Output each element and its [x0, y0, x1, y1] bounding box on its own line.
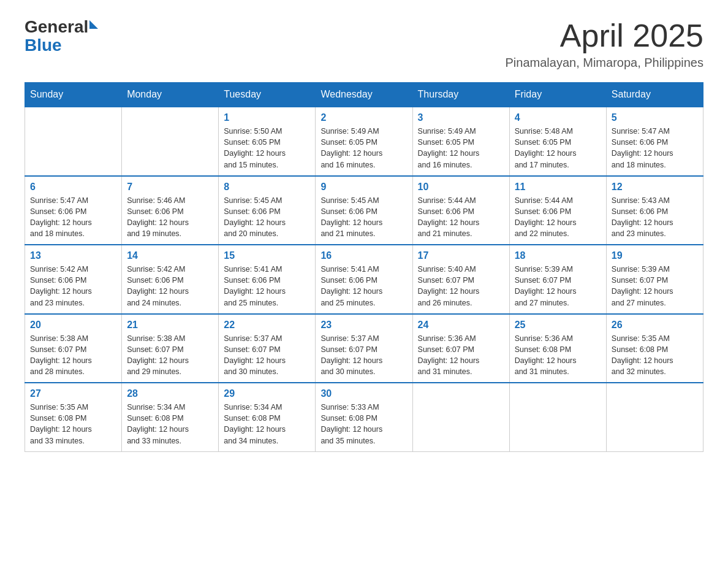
day-number: 23 — [320, 320, 407, 331]
day-info: Sunrise: 5:44 AM Sunset: 6:06 PM Dayligh… — [515, 195, 601, 240]
day-number: 19 — [612, 250, 698, 261]
calendar-cell: 8Sunrise: 5:45 AM Sunset: 6:06 PM Daylig… — [219, 176, 316, 245]
calendar-cell: 12Sunrise: 5:43 AM Sunset: 6:06 PM Dayli… — [606, 176, 703, 245]
day-number: 8 — [224, 182, 310, 193]
weekday-header-monday: Monday — [122, 83, 219, 107]
day-info: Sunrise: 5:47 AM Sunset: 6:06 PM Dayligh… — [30, 195, 116, 240]
calendar-cell: 26Sunrise: 5:35 AM Sunset: 6:08 PM Dayli… — [606, 314, 703, 383]
day-info: Sunrise: 5:38 AM Sunset: 6:07 PM Dayligh… — [30, 333, 116, 378]
day-info: Sunrise: 5:48 AM Sunset: 6:05 PM Dayligh… — [515, 126, 601, 170]
month-title: April 2025 — [506, 18, 704, 53]
day-number: 7 — [127, 182, 213, 193]
day-info: Sunrise: 5:49 AM Sunset: 6:05 PM Dayligh… — [418, 126, 504, 170]
day-info: Sunrise: 5:45 AM Sunset: 6:06 PM Dayligh… — [320, 195, 407, 240]
calendar-cell: 16Sunrise: 5:41 AM Sunset: 6:06 PM Dayli… — [316, 245, 412, 314]
calendar-cell: 14Sunrise: 5:42 AM Sunset: 6:06 PM Dayli… — [122, 245, 219, 314]
day-info: Sunrise: 5:44 AM Sunset: 6:06 PM Dayligh… — [418, 195, 504, 240]
day-info: Sunrise: 5:42 AM Sunset: 6:06 PM Dayligh… — [127, 264, 213, 308]
day-number: 10 — [418, 182, 504, 193]
weekday-header-wednesday: Wednesday — [316, 83, 412, 107]
day-number: 28 — [127, 388, 213, 399]
calendar-cell: 9Sunrise: 5:45 AM Sunset: 6:06 PM Daylig… — [316, 176, 412, 245]
day-number: 3 — [418, 112, 504, 123]
day-info: Sunrise: 5:34 AM Sunset: 6:08 PM Dayligh… — [224, 402, 310, 446]
week-row-2: 6Sunrise: 5:47 AM Sunset: 6:06 PM Daylig… — [25, 176, 703, 245]
day-number: 1 — [224, 112, 310, 123]
calendar-cell: 30Sunrise: 5:33 AM Sunset: 6:08 PM Dayli… — [316, 383, 412, 451]
weekday-header-sunday: Sunday — [25, 83, 122, 107]
calendar-table: SundayMondayTuesdayWednesdayThursdayFrid… — [25, 82, 703, 452]
logo: General Blue — [25, 18, 98, 54]
calendar-cell: 25Sunrise: 5:36 AM Sunset: 6:08 PM Dayli… — [509, 314, 606, 383]
calendar-cell — [606, 383, 703, 451]
day-info: Sunrise: 5:49 AM Sunset: 6:05 PM Dayligh… — [320, 126, 407, 170]
day-number: 12 — [612, 182, 698, 193]
calendar-cell: 22Sunrise: 5:37 AM Sunset: 6:07 PM Dayli… — [219, 314, 316, 383]
day-info: Sunrise: 5:39 AM Sunset: 6:07 PM Dayligh… — [515, 264, 601, 308]
day-number: 30 — [320, 388, 407, 399]
day-info: Sunrise: 5:35 AM Sunset: 6:08 PM Dayligh… — [30, 402, 116, 446]
day-info: Sunrise: 5:37 AM Sunset: 6:07 PM Dayligh… — [320, 333, 407, 378]
calendar-cell — [122, 107, 219, 176]
day-number: 14 — [127, 250, 213, 261]
day-number: 26 — [612, 320, 698, 331]
day-info: Sunrise: 5:37 AM Sunset: 6:07 PM Dayligh… — [224, 333, 310, 378]
title-block: April 2025 Pinamalayan, Mimaropa, Philip… — [506, 18, 704, 70]
day-number: 2 — [320, 112, 407, 123]
location-title: Pinamalayan, Mimaropa, Philippines — [506, 56, 704, 70]
day-number: 24 — [418, 320, 504, 331]
day-info: Sunrise: 5:36 AM Sunset: 6:07 PM Dayligh… — [418, 333, 504, 378]
day-number: 17 — [418, 250, 504, 261]
day-number: 9 — [320, 182, 407, 193]
day-number: 13 — [30, 250, 116, 261]
day-number: 5 — [612, 112, 698, 123]
day-info: Sunrise: 5:43 AM Sunset: 6:06 PM Dayligh… — [612, 195, 698, 240]
calendar-cell: 15Sunrise: 5:41 AM Sunset: 6:06 PM Dayli… — [219, 245, 316, 314]
day-number: 21 — [127, 320, 213, 331]
calendar-cell: 27Sunrise: 5:35 AM Sunset: 6:08 PM Dayli… — [25, 383, 122, 451]
logo-general: General — [25, 18, 88, 36]
day-number: 6 — [30, 182, 116, 193]
day-number: 11 — [515, 182, 601, 193]
calendar-cell: 5Sunrise: 5:47 AM Sunset: 6:06 PM Daylig… — [606, 107, 703, 176]
calendar-cell: 6Sunrise: 5:47 AM Sunset: 6:06 PM Daylig… — [25, 176, 122, 245]
calendar-cell: 10Sunrise: 5:44 AM Sunset: 6:06 PM Dayli… — [412, 176, 509, 245]
weekday-header-row: SundayMondayTuesdayWednesdayThursdayFrid… — [25, 83, 703, 107]
day-info: Sunrise: 5:41 AM Sunset: 6:06 PM Dayligh… — [320, 264, 407, 308]
day-number: 22 — [224, 320, 310, 331]
day-number: 18 — [515, 250, 601, 261]
day-info: Sunrise: 5:50 AM Sunset: 6:05 PM Dayligh… — [224, 126, 310, 170]
day-info: Sunrise: 5:41 AM Sunset: 6:06 PM Dayligh… — [224, 264, 310, 308]
day-number: 16 — [320, 250, 407, 261]
day-number: 4 — [515, 112, 601, 123]
day-number: 29 — [224, 388, 310, 399]
day-info: Sunrise: 5:42 AM Sunset: 6:06 PM Dayligh… — [30, 264, 116, 308]
calendar-cell: 20Sunrise: 5:38 AM Sunset: 6:07 PM Dayli… — [25, 314, 122, 383]
calendar-cell — [509, 383, 606, 451]
weekday-header-thursday: Thursday — [412, 83, 509, 107]
day-info: Sunrise: 5:39 AM Sunset: 6:07 PM Dayligh… — [612, 264, 698, 308]
day-info: Sunrise: 5:45 AM Sunset: 6:06 PM Dayligh… — [224, 195, 310, 240]
calendar-cell: 1Sunrise: 5:50 AM Sunset: 6:05 PM Daylig… — [219, 107, 316, 176]
day-number: 20 — [30, 320, 116, 331]
calendar-cell — [412, 383, 509, 451]
week-row-5: 27Sunrise: 5:35 AM Sunset: 6:08 PM Dayli… — [25, 383, 703, 451]
day-info: Sunrise: 5:38 AM Sunset: 6:07 PM Dayligh… — [127, 333, 213, 378]
calendar-cell: 2Sunrise: 5:49 AM Sunset: 6:05 PM Daylig… — [316, 107, 412, 176]
calendar-cell: 4Sunrise: 5:48 AM Sunset: 6:05 PM Daylig… — [509, 107, 606, 176]
day-number: 25 — [515, 320, 601, 331]
day-info: Sunrise: 5:34 AM Sunset: 6:08 PM Dayligh… — [127, 402, 213, 446]
weekday-header-friday: Friday — [509, 83, 606, 107]
day-info: Sunrise: 5:33 AM Sunset: 6:08 PM Dayligh… — [320, 402, 407, 446]
day-number: 15 — [224, 250, 310, 261]
page-header: General Blue April 2025 Pinamalayan, Mim… — [25, 18, 703, 70]
day-info: Sunrise: 5:46 AM Sunset: 6:06 PM Dayligh… — [127, 195, 213, 240]
logo-arrow-icon — [89, 20, 98, 29]
calendar-cell: 28Sunrise: 5:34 AM Sunset: 6:08 PM Dayli… — [122, 383, 219, 451]
calendar-cell: 13Sunrise: 5:42 AM Sunset: 6:06 PM Dayli… — [25, 245, 122, 314]
weekday-header-tuesday: Tuesday — [219, 83, 316, 107]
calendar-cell: 24Sunrise: 5:36 AM Sunset: 6:07 PM Dayli… — [412, 314, 509, 383]
week-row-4: 20Sunrise: 5:38 AM Sunset: 6:07 PM Dayli… — [25, 314, 703, 383]
calendar-cell — [25, 107, 122, 176]
calendar-cell: 17Sunrise: 5:40 AM Sunset: 6:07 PM Dayli… — [412, 245, 509, 314]
